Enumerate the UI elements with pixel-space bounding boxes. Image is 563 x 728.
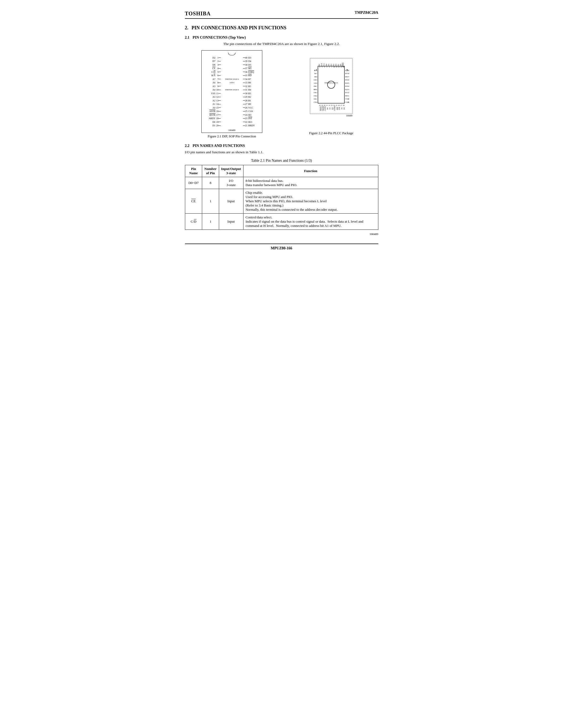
- pin-function-ce: Chip enable. Used for accessing MPU and …: [243, 189, 378, 214]
- pin-row-20: D120 21BRDY: [203, 124, 260, 128]
- svg-text:4: 4: [324, 66, 325, 68]
- pin-row-4: CE4 37M1: [203, 67, 260, 70]
- svg-text:33: 33: [347, 88, 350, 91]
- svg-text:36: 36: [347, 79, 350, 81]
- table-row: C/D 1 Input Control/data select. Indicat…: [185, 214, 378, 230]
- svg-text:29: 29: [347, 101, 350, 103]
- pin-row-6: B/A6 35RD: [203, 74, 260, 78]
- svg-text:28: 28: [343, 105, 345, 106]
- svg-text:31: 31: [347, 95, 350, 97]
- svg-text:17: 17: [314, 101, 316, 103]
- svg-text:42: 42: [338, 66, 340, 68]
- svg-text:43: 43: [336, 66, 337, 68]
- svg-text:27: 27: [341, 105, 342, 106]
- pin-row-17: BSTB17 24IEI: [203, 113, 260, 117]
- pin-row-11: VSS11 30B3: [203, 92, 260, 95]
- info-text: I/O pin names and functions are as shown…: [185, 150, 378, 154]
- intro-text: The pin connections of the TMPZ84C20A ar…: [185, 42, 378, 46]
- pin-function-cd: Control/data select. Indicates if signal…: [243, 214, 378, 230]
- pin-row-7: A77 TMPZ84C20AP-6 34B7: [203, 77, 260, 81]
- svg-text:22: 22: [329, 105, 330, 106]
- subsection-22-title: PIN NAMES AND FUNCTIONS: [192, 144, 245, 148]
- svg-text:14: 14: [314, 92, 316, 94]
- svg-text:41: 41: [341, 66, 342, 68]
- model-number: TMPZ84C20A: [355, 11, 378, 15]
- pin-name-ce: CE: [185, 189, 202, 214]
- pin-row-8: A68 /AM-6 33B6: [203, 81, 260, 85]
- pin-row-3: D63 38D5: [203, 63, 260, 67]
- figures-row: .pr { display:flex; align-items:center; …: [185, 50, 378, 138]
- svg-text:3: 3: [327, 66, 328, 68]
- footnote-code: 100489: [185, 232, 378, 236]
- pin-functions-table: Pin Name Numberof Pin Input/Output3-stat…: [185, 165, 378, 230]
- page-footer: MPUZ80-166: [185, 244, 378, 250]
- svg-text:34: 34: [347, 85, 350, 87]
- pin-io-d0d7: I/O3-state: [219, 177, 243, 189]
- pin-row-15: A015 26VCC: [203, 106, 260, 110]
- svg-text:D0: D0: [327, 107, 329, 110]
- svg-text:7: 7: [315, 69, 316, 71]
- svg-text:32: 32: [347, 92, 350, 94]
- svg-text:37: 37: [347, 76, 350, 78]
- svg-text:BRDY: BRDY: [334, 106, 336, 111]
- pin-row-2: D72 39D4: [203, 60, 260, 63]
- svg-text:IEO: IEO: [339, 107, 341, 110]
- figure-21: .pr { display:flex; align-items:center; …: [201, 50, 262, 138]
- pin-row-9: A59 32B5: [203, 84, 260, 88]
- svg-text:D4: D4: [335, 64, 337, 66]
- svg-text:26: 26: [338, 105, 340, 106]
- svg-text:19: 19: [322, 105, 323, 106]
- svg-text:D1: D1: [329, 107, 331, 110]
- svg-text:D6: D6: [325, 64, 327, 66]
- svg-text:NC: NC: [341, 107, 343, 110]
- svg-text:12: 12: [314, 85, 316, 87]
- subsection-22-number: 2.2: [185, 144, 190, 148]
- page-header: TOSHIBA TMPZ84C20A: [185, 11, 378, 19]
- pin-row-16: ASTB16 25CLK: [203, 110, 260, 113]
- pin-row-1: D21 40D3: [203, 56, 260, 60]
- svg-text:IEI: IEI: [343, 107, 345, 110]
- svg-text:40: 40: [343, 66, 345, 68]
- svg-text:9: 9: [315, 76, 316, 78]
- col-function: Function: [243, 165, 378, 177]
- page-number: MPUZ80-166: [271, 246, 292, 250]
- pin-row-18: ARDY18 23INT: [203, 117, 260, 120]
- pin-row-13: A213 28B1: [203, 99, 260, 102]
- figure-22: TMPZ84C20AT-6 NC CLK VCC D6 D5 D3 D2 D4 …: [301, 50, 362, 135]
- pin-function-d0d7: 8-bit bidirectional data bus.Data transf…: [243, 177, 378, 189]
- svg-text:D0: D0: [340, 64, 342, 66]
- svg-text:BSTB: BSTB: [322, 106, 324, 111]
- svg-text:16: 16: [314, 98, 316, 100]
- svg-text:8: 8: [315, 73, 316, 75]
- section-title: PIN CONNECTIONS AND PIN FUNCTIONS: [191, 25, 287, 31]
- svg-text:100489: 100489: [346, 115, 352, 117]
- svg-text:18: 18: [319, 105, 321, 106]
- dip-code: 100489: [202, 129, 262, 133]
- svg-text:D2: D2: [333, 64, 334, 66]
- pin-count-ce: 1: [202, 189, 219, 214]
- pin-row-5: C/D5 36IORQ: [203, 70, 260, 74]
- svg-text:CE: CE: [332, 107, 333, 110]
- svg-text:1: 1: [332, 66, 332, 68]
- pin-row-14: A114 27B0: [203, 102, 260, 106]
- section-number: 2.: [185, 25, 189, 31]
- pin-row-12: A312 29B2: [203, 95, 260, 99]
- svg-text:35: 35: [347, 82, 350, 84]
- svg-text:23: 23: [331, 105, 333, 106]
- pin-io-ce: Input: [219, 189, 243, 214]
- svg-text:NC: NC: [318, 64, 320, 66]
- figure-22-caption: Figure 2.2 44-Pin PLCC Package: [309, 131, 353, 135]
- svg-text:D3: D3: [330, 64, 332, 66]
- svg-text:13: 13: [314, 88, 316, 91]
- table-title: Table 2.1 Pin Names and Functions (1/3): [185, 159, 378, 163]
- col-input-output: Input/Output3-state: [219, 165, 243, 177]
- svg-text:44: 44: [333, 66, 335, 68]
- svg-text:INT: INT: [336, 107, 338, 110]
- pin-io-cd: Input: [219, 214, 243, 230]
- svg-text:39: 39: [347, 69, 350, 71]
- svg-text:5: 5: [322, 66, 323, 68]
- pin-row-19: D019 22IEO: [203, 120, 260, 124]
- svg-text:15: 15: [314, 95, 316, 97]
- table-row: D0~D7 8 I/O3-state 8-bit bidirectional d…: [185, 177, 378, 189]
- svg-text:38: 38: [347, 73, 350, 75]
